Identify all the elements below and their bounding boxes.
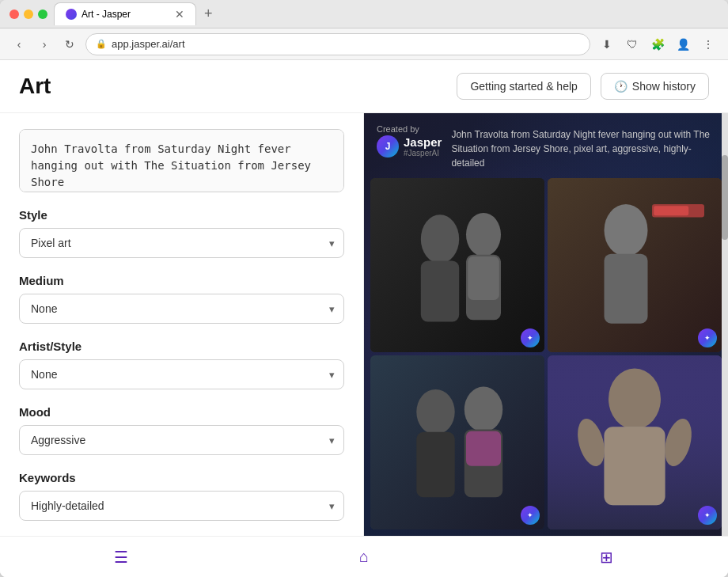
- jasper-logo-icon: J: [377, 135, 399, 158]
- download-btn[interactable]: ⬇: [597, 34, 617, 55]
- clock-icon: 🕐: [614, 80, 628, 93]
- mood-label: Mood: [19, 405, 344, 419]
- browser-frame: Art - Jasper ✕ + ‹ › ↻ 🔒 app.jasper.ai/a…: [0, 0, 728, 577]
- lock-icon: 🔒: [96, 39, 107, 49]
- back-btn[interactable]: ‹: [9, 35, 28, 54]
- shield-btn[interactable]: 🛡: [622, 34, 643, 55]
- svg-rect-12: [654, 206, 688, 215]
- style-label: Style: [19, 208, 344, 222]
- browser-nav: ‹ › ↻ 🔒 app.jasper.ai/art ⬇ 🛡 🧩 👤 ⋮: [0, 28, 728, 60]
- keywords-select[interactable]: Highly-detailed None Photorealistic Abst…: [19, 491, 344, 521]
- result-card: Created by J Jasper #JasperAI John Travo…: [364, 113, 728, 536]
- browser-actions: ⬇ 🛡 🧩 👤 ⋮: [597, 34, 719, 55]
- tab-close-btn[interactable]: ✕: [175, 8, 184, 21]
- medium-select-wrapper: None Oil painting Watercolor Digital art…: [19, 294, 344, 324]
- artist-select[interactable]: None Picasso Van Gogh Banksy: [19, 359, 344, 389]
- svg-point-22: [609, 369, 661, 430]
- image-3-badge: ✦: [521, 506, 540, 525]
- show-history-label: Show history: [632, 80, 696, 93]
- image-1-badge: ✦: [521, 328, 540, 347]
- medium-select[interactable]: None Oil painting Watercolor Digital art: [19, 294, 344, 324]
- forward-icon: ›: [43, 38, 47, 51]
- style-select-wrapper: Pixel art None Realistic Anime ▾: [19, 228, 344, 258]
- mood-section: Mood Aggressive None Happy Sad Mysteriou…: [19, 405, 344, 455]
- image-2-badge: ✦: [698, 328, 717, 347]
- grid-icon: ⊞: [600, 548, 613, 567]
- minimize-window-btn[interactable]: [24, 9, 33, 19]
- style-section: Style Pixel art None Realistic Anime ▾: [19, 208, 344, 258]
- bottom-menu-button[interactable]: ☰: [97, 541, 145, 573]
- back-icon: ‹: [17, 38, 21, 51]
- result-header: Created by J Jasper #JasperAI John Travo…: [364, 113, 728, 178]
- images-grid: ✦: [364, 178, 728, 536]
- mood-select[interactable]: Aggressive None Happy Sad Mysterious: [19, 425, 344, 455]
- app-body: Style Pixel art None Realistic Anime ▾ M…: [0, 113, 728, 536]
- svg-rect-6: [468, 256, 499, 300]
- tab-bar: Art - Jasper ✕ +: [54, 2, 719, 25]
- tab-favicon: [66, 9, 77, 20]
- medium-section: Medium None Oil painting Watercolor Digi…: [19, 274, 344, 324]
- jasper-logo: J Jasper #JasperAI: [377, 135, 442, 158]
- page-title: Art: [19, 74, 447, 99]
- svg-rect-3: [421, 261, 459, 322]
- active-tab[interactable]: Art - Jasper ✕: [54, 2, 196, 25]
- getting-started-label: Getting started & help: [470, 80, 577, 93]
- svg-point-4: [466, 213, 501, 256]
- maximize-window-btn[interactable]: [38, 9, 47, 19]
- url-text: app.jasper.ai/art: [112, 38, 185, 50]
- keywords-select-wrapper: Highly-detailed None Photorealistic Abst…: [19, 491, 344, 521]
- bottom-grid-button[interactable]: ⊞: [583, 541, 631, 573]
- hamburger-icon: ☰: [114, 548, 128, 567]
- artist-section: Artist/Style None Picasso Van Gogh Banks…: [19, 340, 344, 389]
- svg-point-9: [605, 204, 648, 256]
- svg-point-17: [464, 387, 502, 432]
- svg-rect-16: [416, 432, 454, 498]
- creator-info: Created by J Jasper #JasperAI: [377, 124, 442, 158]
- tab-title: Art - Jasper: [82, 9, 131, 20]
- reload-btn[interactable]: ↻: [60, 35, 79, 54]
- artist-select-wrapper: None Picasso Van Gogh Banksy ▾: [19, 359, 344, 389]
- new-tab-btn[interactable]: +: [199, 6, 218, 22]
- close-window-btn[interactable]: [9, 9, 19, 19]
- svg-rect-10: [605, 254, 648, 324]
- keywords-section: Keywords Highly-detailed None Photoreali…: [19, 471, 344, 521]
- mood-select-wrapper: Aggressive None Happy Sad Mysterious ▾: [19, 425, 344, 455]
- svg-rect-19: [466, 431, 501, 466]
- app-header: Art Getting started & help 🕐 Show histor…: [0, 60, 728, 113]
- generated-image-4[interactable]: ✦: [548, 355, 722, 530]
- svg-point-15: [416, 389, 454, 435]
- bottom-home-button[interactable]: ⌂: [340, 541, 388, 573]
- home-icon: ⌂: [359, 548, 369, 566]
- address-bar[interactable]: 🔒 app.jasper.ai/art: [85, 33, 590, 55]
- profile-btn[interactable]: 👤: [673, 34, 693, 55]
- generated-image-2[interactable]: ✦: [548, 178, 722, 352]
- generated-image-3[interactable]: ✦: [370, 355, 544, 530]
- jasper-hashtag: #JasperAI: [404, 149, 442, 158]
- getting-started-button[interactable]: Getting started & help: [457, 73, 590, 100]
- show-history-button[interactable]: 🕐 Show history: [601, 73, 709, 100]
- window-controls: [9, 9, 47, 19]
- created-by-label: Created by: [377, 124, 442, 134]
- svg-rect-14: [370, 355, 544, 530]
- menu-btn[interactable]: ⋮: [698, 34, 719, 55]
- artist-label: Artist/Style: [19, 340, 344, 353]
- keywords-label: Keywords: [19, 471, 344, 484]
- extensions-btn[interactable]: 🧩: [647, 34, 668, 55]
- medium-label: Medium: [19, 274, 344, 287]
- app-content: Art Getting started & help 🕐 Show histor…: [0, 60, 728, 577]
- right-panel: Created by J Jasper #JasperAI John Travo…: [364, 113, 728, 536]
- forward-btn[interactable]: ›: [35, 35, 54, 54]
- result-description: John Travolta from Saturday Night fever …: [451, 124, 715, 170]
- browser-titlebar: Art - Jasper ✕ +: [0, 0, 728, 28]
- jasper-name: Jasper: [404, 135, 442, 149]
- image-4-badge: ✦: [698, 506, 717, 525]
- generated-image-1[interactable]: ✦: [370, 178, 544, 352]
- reload-icon: ↻: [65, 38, 74, 51]
- prompt-input[interactable]: [19, 129, 344, 192]
- left-panel: Style Pixel art None Realistic Anime ▾ M…: [0, 113, 364, 536]
- bottom-nav: ☰ ⌂ ⊞: [0, 536, 728, 577]
- svg-point-2: [421, 214, 459, 264]
- svg-rect-23: [605, 427, 665, 505]
- style-select[interactable]: Pixel art None Realistic Anime: [19, 228, 344, 258]
